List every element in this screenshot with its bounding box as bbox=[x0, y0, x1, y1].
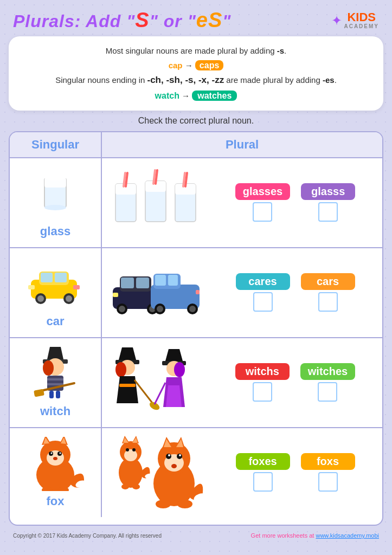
svg-point-89 bbox=[126, 448, 129, 451]
cars-checkbox[interactable] bbox=[318, 292, 338, 312]
svg-point-108 bbox=[177, 500, 192, 508]
get-more-text: Get more worksheets at www.kidsacademy.m… bbox=[251, 532, 379, 539]
svg-rect-54 bbox=[56, 391, 60, 398]
header-plural: Plural bbox=[102, 132, 382, 157]
title-quote2-open: " bbox=[188, 11, 196, 31]
glass-image bbox=[23, 167, 88, 221]
glasses-badge: glasses bbox=[235, 183, 290, 200]
plural-cell-car: cares cars bbox=[102, 248, 382, 337]
title-quote2-close: " bbox=[222, 11, 231, 31]
svg-point-103 bbox=[168, 454, 170, 456]
kids-academy-logo: KIDS ACADEMY bbox=[344, 11, 379, 29]
svg-point-78 bbox=[53, 457, 57, 460]
table-header: Singular Plural bbox=[10, 132, 382, 157]
svg-point-107 bbox=[156, 500, 171, 508]
witch-options: witchs witches bbox=[214, 363, 377, 402]
witches-image bbox=[107, 345, 205, 421]
fox-label: fox bbox=[47, 494, 65, 508]
svg-marker-62 bbox=[165, 349, 183, 361]
rule-box: Most singular nouns are made plural by a… bbox=[9, 36, 383, 111]
svg-point-76 bbox=[51, 452, 53, 454]
svg-rect-38 bbox=[168, 275, 178, 286]
title-quote1-open: " bbox=[126, 11, 135, 31]
svg-point-3 bbox=[44, 205, 66, 210]
rule-line1: Most singular nouns are made plural by a… bbox=[20, 44, 372, 58]
svg-rect-28 bbox=[121, 278, 134, 288]
cares-checkbox[interactable] bbox=[253, 292, 273, 312]
title-prefix: Plurals: Add bbox=[13, 11, 126, 31]
svg-rect-52 bbox=[34, 389, 44, 397]
copyright-text: Copyright © 2017 Kids Academy Company. A… bbox=[13, 533, 162, 539]
svg-point-31 bbox=[119, 306, 125, 312]
svg-rect-25 bbox=[73, 285, 80, 289]
svg-rect-34 bbox=[113, 293, 118, 297]
witch-label: witch bbox=[40, 404, 70, 418]
plural-cell-witch: witchs witches bbox=[102, 338, 382, 427]
svg-rect-24 bbox=[28, 285, 35, 289]
rule-line3: Singular nouns ending in -ch, -sh, -s, -… bbox=[20, 73, 372, 88]
option-cares: cares bbox=[236, 273, 290, 312]
cares-badge: cares bbox=[236, 273, 290, 290]
witches-checkbox[interactable] bbox=[318, 382, 337, 402]
table-row: witch bbox=[10, 337, 382, 427]
svg-rect-53 bbox=[49, 391, 54, 398]
option-witches: witches bbox=[300, 363, 355, 402]
instruction: Check the correct plural noun. bbox=[9, 116, 383, 126]
website-link[interactable]: www.kidsacademy.mobi bbox=[316, 532, 379, 539]
svg-point-65 bbox=[174, 362, 185, 377]
svg-point-42 bbox=[189, 306, 196, 312]
svg-rect-19 bbox=[55, 273, 67, 282]
svg-rect-49 bbox=[47, 378, 63, 380]
svg-line-66 bbox=[155, 383, 165, 404]
svg-rect-50 bbox=[47, 383, 63, 385]
svg-point-77 bbox=[60, 452, 61, 454]
rule-line4: watch → watches bbox=[20, 88, 372, 103]
svg-point-58 bbox=[115, 362, 126, 377]
svg-marker-44 bbox=[47, 347, 63, 359]
title-s: S bbox=[135, 9, 149, 31]
academy-text: ACADEMY bbox=[344, 23, 379, 29]
singular-cell-witch: witch bbox=[10, 338, 102, 427]
option-cars: cars bbox=[301, 273, 355, 312]
glasss-checkbox[interactable] bbox=[318, 202, 338, 222]
option-foxes: foxes bbox=[236, 453, 290, 492]
foxes-checkbox[interactable] bbox=[253, 472, 273, 492]
svg-rect-59 bbox=[119, 384, 136, 387]
car-image bbox=[23, 257, 88, 311]
svg-rect-29 bbox=[136, 278, 149, 288]
cars-badge: cars bbox=[301, 273, 355, 290]
glasses-checkbox[interactable] bbox=[253, 202, 272, 222]
option-witchs: witchs bbox=[235, 363, 290, 402]
title-quote1-close: " bbox=[150, 11, 158, 31]
title-middle: or bbox=[158, 11, 188, 31]
svg-point-21 bbox=[37, 295, 44, 302]
witchs-checkbox[interactable] bbox=[253, 382, 272, 402]
svg-point-105 bbox=[171, 464, 177, 468]
foxes-badge: foxes bbox=[236, 453, 290, 470]
svg-point-92 bbox=[121, 484, 129, 489]
witch-image bbox=[23, 347, 88, 401]
svg-point-88 bbox=[124, 449, 137, 461]
table-row: glass bbox=[10, 157, 382, 247]
cars-image bbox=[107, 255, 205, 331]
svg-point-23 bbox=[66, 295, 72, 302]
svg-point-90 bbox=[132, 448, 136, 451]
fox-image bbox=[23, 437, 88, 491]
header-singular: Singular bbox=[10, 132, 102, 157]
singular-cell-fox: fox bbox=[10, 428, 102, 517]
glass-label: glass bbox=[40, 224, 70, 238]
svg-rect-37 bbox=[155, 275, 166, 286]
car-options: cares cars bbox=[214, 273, 377, 312]
plural-cell-glass: glasses glasss bbox=[102, 158, 382, 247]
foxs-badge: foxs bbox=[301, 453, 355, 470]
svg-point-93 bbox=[132, 484, 140, 489]
svg-rect-43 bbox=[196, 290, 200, 294]
star-icon: ✦ bbox=[331, 13, 342, 28]
plural-table: Singular Plural glass bbox=[9, 131, 383, 526]
logo: ✦ KIDS ACADEMY bbox=[331, 11, 379, 29]
foxs-checkbox[interactable] bbox=[318, 472, 338, 492]
option-glasss: glasss bbox=[301, 183, 355, 222]
title-bar: Plurals: Add "S" or "eS" ✦ KIDS ACADEMY bbox=[9, 5, 383, 32]
table-row: fox bbox=[10, 427, 382, 517]
title-es: eS bbox=[196, 9, 222, 31]
